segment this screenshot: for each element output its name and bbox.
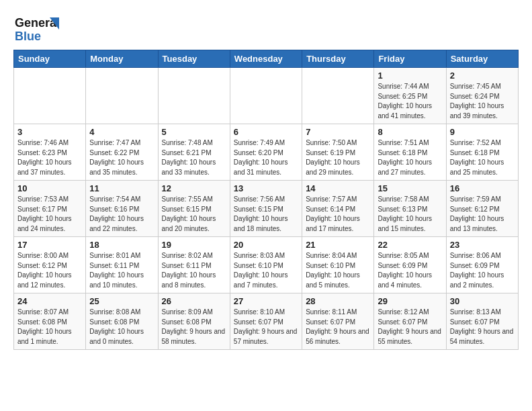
weekday-header-saturday: Saturday [446,50,518,68]
day-cell: 4Sunrise: 7:47 AM Sunset: 6:22 PM Daylig… [86,124,158,181]
week-row-1: 1Sunrise: 7:44 AM Sunset: 6:25 PM Daylig… [14,68,519,124]
day-number: 11 [89,183,154,193]
weekday-header-tuesday: Tuesday [158,50,230,68]
day-info: Sunrise: 8:01 AM Sunset: 6:11 PM Dayligh… [89,251,154,290]
week-row-3: 10Sunrise: 7:53 AM Sunset: 6:17 PM Dayli… [14,181,519,237]
day-number: 27 [234,296,298,306]
day-cell: 12Sunrise: 7:55 AM Sunset: 6:15 PM Dayli… [158,181,230,237]
day-info: Sunrise: 7:55 AM Sunset: 6:15 PM Dayligh… [162,195,226,234]
day-info: Sunrise: 7:59 AM Sunset: 6:12 PM Dayligh… [450,195,515,234]
day-cell: 17Sunrise: 8:00 AM Sunset: 6:12 PM Dayli… [14,237,86,293]
day-info: Sunrise: 8:03 AM Sunset: 6:10 PM Dayligh… [234,251,298,290]
logo-svg: General Blue [13,11,59,46]
day-number: 5 [162,127,226,137]
day-info: Sunrise: 7:52 AM Sunset: 6:18 PM Dayligh… [450,138,515,177]
day-number: 19 [162,240,226,250]
day-cell: 29Sunrise: 8:12 AM Sunset: 6:07 PM Dayli… [374,293,446,350]
day-number: 3 [17,127,82,137]
day-cell: 28Sunrise: 8:11 AM Sunset: 6:07 PM Dayli… [302,293,374,350]
day-info: Sunrise: 7:49 AM Sunset: 6:20 PM Dayligh… [234,138,298,177]
day-info: Sunrise: 7:47 AM Sunset: 6:22 PM Dayligh… [89,138,154,177]
day-cell [302,68,374,124]
day-info: Sunrise: 8:02 AM Sunset: 6:11 PM Dayligh… [162,251,226,290]
day-number: 7 [306,127,370,137]
day-number: 21 [306,240,370,250]
day-number: 26 [162,296,226,306]
day-cell: 11Sunrise: 7:54 AM Sunset: 6:16 PM Dayli… [86,181,158,237]
day-cell: 24Sunrise: 8:07 AM Sunset: 6:08 PM Dayli… [14,293,86,350]
day-info: Sunrise: 8:04 AM Sunset: 6:10 PM Dayligh… [306,251,370,290]
day-info: Sunrise: 7:58 AM Sunset: 6:13 PM Dayligh… [378,195,442,234]
week-row-5: 24Sunrise: 8:07 AM Sunset: 6:08 PM Dayli… [14,293,519,350]
day-info: Sunrise: 8:09 AM Sunset: 6:08 PM Dayligh… [162,308,226,347]
day-cell: 18Sunrise: 8:01 AM Sunset: 6:11 PM Dayli… [86,237,158,293]
day-cell: 2Sunrise: 7:45 AM Sunset: 6:24 PM Daylig… [446,68,518,124]
day-number: 30 [450,296,515,306]
day-number: 25 [89,296,154,306]
day-cell: 25Sunrise: 8:08 AM Sunset: 6:08 PM Dayli… [86,293,158,350]
day-info: Sunrise: 7:45 AM Sunset: 6:24 PM Dayligh… [450,82,515,121]
day-number: 12 [162,183,226,193]
day-number: 4 [89,127,154,137]
day-number: 24 [17,296,82,306]
day-cell: 3Sunrise: 7:46 AM Sunset: 6:23 PM Daylig… [14,124,86,181]
day-cell: 1Sunrise: 7:44 AM Sunset: 6:25 PM Daylig… [374,68,446,124]
day-number: 18 [89,240,154,250]
logo: General Blue [13,11,59,46]
day-info: Sunrise: 7:56 AM Sunset: 6:15 PM Dayligh… [234,195,298,234]
day-cell: 22Sunrise: 8:05 AM Sunset: 6:09 PM Dayli… [374,237,446,293]
day-number: 6 [234,127,298,137]
day-cell: 30Sunrise: 8:13 AM Sunset: 6:07 PM Dayli… [446,293,518,350]
day-number: 1 [378,71,442,81]
day-info: Sunrise: 8:11 AM Sunset: 6:07 PM Dayligh… [306,308,370,347]
page: General Blue SundayMondayTuesdayWednesda… [0,0,532,361]
day-number: 22 [378,240,442,250]
day-info: Sunrise: 7:50 AM Sunset: 6:19 PM Dayligh… [306,138,370,177]
day-cell: 13Sunrise: 7:56 AM Sunset: 6:15 PM Dayli… [230,181,302,237]
day-cell: 27Sunrise: 8:10 AM Sunset: 6:07 PM Dayli… [230,293,302,350]
day-cell: 5Sunrise: 7:48 AM Sunset: 6:21 PM Daylig… [158,124,230,181]
day-number: 14 [306,183,370,193]
day-info: Sunrise: 7:46 AM Sunset: 6:23 PM Dayligh… [17,138,82,177]
day-number: 16 [450,183,515,193]
day-cell [158,68,230,124]
weekday-header-monday: Monday [86,50,158,68]
day-cell: 8Sunrise: 7:51 AM Sunset: 6:18 PM Daylig… [374,124,446,181]
day-number: 2 [450,71,515,81]
day-number: 28 [306,296,370,306]
svg-text:Blue: Blue [15,30,41,43]
day-number: 23 [450,240,515,250]
day-cell [14,68,86,124]
day-info: Sunrise: 8:05 AM Sunset: 6:09 PM Dayligh… [378,251,442,290]
day-info: Sunrise: 8:10 AM Sunset: 6:07 PM Dayligh… [234,308,298,347]
week-row-2: 3Sunrise: 7:46 AM Sunset: 6:23 PM Daylig… [14,124,519,181]
day-info: Sunrise: 7:51 AM Sunset: 6:18 PM Dayligh… [378,138,442,177]
day-info: Sunrise: 8:06 AM Sunset: 6:09 PM Dayligh… [450,251,515,290]
day-cell: 26Sunrise: 8:09 AM Sunset: 6:08 PM Dayli… [158,293,230,350]
day-info: Sunrise: 8:07 AM Sunset: 6:08 PM Dayligh… [17,308,82,347]
day-number: 8 [378,127,442,137]
day-cell [86,68,158,124]
day-cell: 19Sunrise: 8:02 AM Sunset: 6:11 PM Dayli… [158,237,230,293]
calendar-table: SundayMondayTuesdayWednesdayThursdayFrid… [13,50,519,350]
day-info: Sunrise: 8:13 AM Sunset: 6:07 PM Dayligh… [450,308,515,347]
day-info: Sunrise: 7:54 AM Sunset: 6:16 PM Dayligh… [89,195,154,234]
day-info: Sunrise: 7:48 AM Sunset: 6:21 PM Dayligh… [162,138,226,177]
day-info: Sunrise: 8:00 AM Sunset: 6:12 PM Dayligh… [17,251,82,290]
week-row-4: 17Sunrise: 8:00 AM Sunset: 6:12 PM Dayli… [14,237,519,293]
day-info: Sunrise: 7:57 AM Sunset: 6:14 PM Dayligh… [306,195,370,234]
day-number: 13 [234,183,298,193]
day-number: 29 [378,296,442,306]
day-number: 15 [378,183,442,193]
weekday-header-row: SundayMondayTuesdayWednesdayThursdayFrid… [14,50,519,68]
day-number: 20 [234,240,298,250]
day-cell: 10Sunrise: 7:53 AM Sunset: 6:17 PM Dayli… [14,181,86,237]
day-number: 17 [17,240,82,250]
day-info: Sunrise: 7:44 AM Sunset: 6:25 PM Dayligh… [378,82,442,121]
day-info: Sunrise: 7:53 AM Sunset: 6:17 PM Dayligh… [17,195,82,234]
day-cell: 9Sunrise: 7:52 AM Sunset: 6:18 PM Daylig… [446,124,518,181]
weekday-header-sunday: Sunday [14,50,86,68]
day-cell: 14Sunrise: 7:57 AM Sunset: 6:14 PM Dayli… [302,181,374,237]
day-number: 9 [450,127,515,137]
calendar-body: 1Sunrise: 7:44 AM Sunset: 6:25 PM Daylig… [14,68,519,350]
